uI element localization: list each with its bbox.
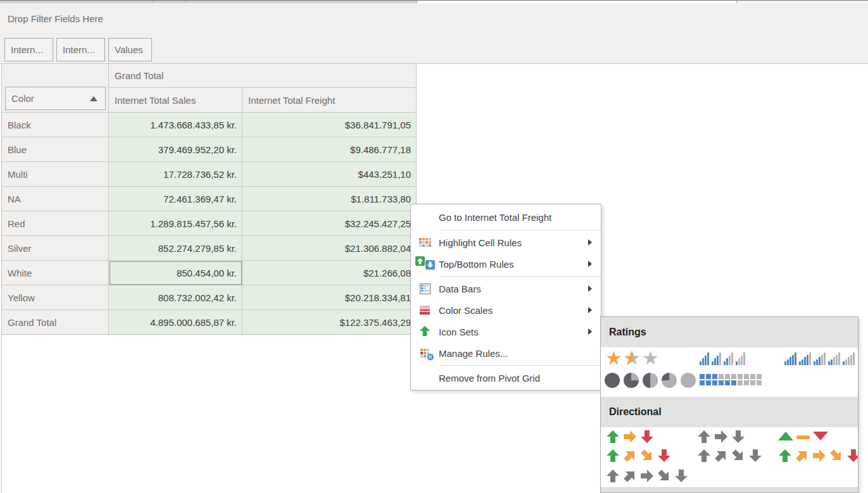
- submenu-arrow-icon: [588, 285, 592, 292]
- icon-sets-gallery: Ratings ★ ★★ ★ Direc: [600, 316, 859, 493]
- menu-item-color-scales[interactable]: Color Scales: [411, 299, 601, 321]
- row-header[interactable]: Multi: [2, 162, 109, 187]
- icon-set-3-stars[interactable]: ★ ★★ ★: [605, 349, 660, 368]
- menu-item-label: Icon Sets: [439, 327, 588, 337]
- dash-icon: [796, 435, 810, 439]
- row-header[interactable]: Red: [2, 211, 109, 236]
- data-cell-freight[interactable]: $9.486.777,18: [242, 137, 417, 162]
- gear-icon: ⚙: [426, 352, 434, 362]
- icon-set-5-ratings[interactable]: [784, 353, 855, 365]
- arrow-down-icon: [674, 469, 688, 483]
- top-bottom-rules-icon: [411, 258, 439, 270]
- arrow-right-icon: [714, 430, 728, 444]
- pivot-grid-app-window: Drop Filter Fields Here Intern... Intern…: [0, 0, 868, 493]
- menu-item-label: Highlight Cell Rules: [439, 237, 588, 248]
- arrow-down-icon: [640, 430, 654, 444]
- icon-set-3-triangles[interactable]: [778, 430, 828, 440]
- icon-set-3-arrows-colored[interactable]: [606, 430, 654, 444]
- focused-data-cell-sales[interactable]: 850.454,00 kr.: [109, 261, 242, 285]
- star-full-icon: ★: [605, 349, 623, 368]
- data-cell-freight[interactable]: $1.811.733,80: [242, 187, 417, 211]
- data-cell-sales[interactable]: 1.289.815.457,56 kr.: [109, 211, 242, 236]
- arrow-right-icon: [640, 469, 654, 483]
- icon-set-5-arrows-colored[interactable]: [778, 449, 859, 463]
- icon-sets-icon: [411, 325, 439, 339]
- row-header[interactable]: Blue: [2, 137, 109, 162]
- icon-set-4-arrows-gray[interactable]: [697, 449, 762, 463]
- drop-filter-fields-label: Drop Filter Fields Here: [8, 13, 103, 24]
- data-cell-sales[interactable]: 72.461.369,47 kr.: [109, 187, 242, 211]
- data-cell-sales[interactable]: 17.728.736,52 kr.: [109, 162, 242, 187]
- row-header-grand-total[interactable]: Grand Total: [2, 310, 109, 335]
- arrow-up-icon: [697, 449, 711, 463]
- data-cell-sales[interactable]: 379.469.952,20 kr.: [109, 137, 242, 162]
- data-cell-freight[interactable]: $32.245.427,25: [242, 211, 417, 236]
- star-half-icon: ★★: [623, 349, 641, 368]
- highlight-cell-rules-icon: [411, 238, 439, 247]
- data-cell-sales[interactable]: 852.274.279,85 kr.: [109, 236, 242, 261]
- arrow-down-icon: [657, 449, 671, 463]
- icon-set-5-boxes[interactable]: [700, 374, 762, 385]
- data-cell-freight[interactable]: $21.306.882,04: [242, 236, 417, 261]
- icon-set-5-arrows-gray[interactable]: [606, 469, 688, 483]
- field-button-values[interactable]: Values: [108, 38, 152, 61]
- field-button-label: Intern...: [63, 44, 95, 55]
- data-cell-sales[interactable]: 808.732.002,42 kr.: [109, 285, 242, 310]
- triangle-up-icon: [778, 432, 793, 440]
- arrow-right-icon: [623, 430, 637, 444]
- icon-set-3-arrows-gray[interactable]: [697, 430, 745, 444]
- pivot-corner-cell: Color: [2, 64, 109, 113]
- row-field-button-color[interactable]: Color: [5, 87, 106, 110]
- menu-separator: [440, 365, 601, 366]
- data-cell-freight[interactable]: $21.266,08: [242, 261, 417, 285]
- menu-item-remove-from-pivot-grid[interactable]: Remove from Pivot Grid: [411, 367, 601, 389]
- arrow-down-icon: [748, 449, 762, 463]
- data-cell-freight[interactable]: $122.375.463,29: [242, 310, 417, 335]
- menu-item-icon-sets[interactable]: Icon Sets: [411, 321, 601, 342]
- menu-item-top-bottom-rules[interactable]: Top/Bottom Rules: [411, 253, 601, 275]
- arrow-up-icon: [778, 449, 792, 463]
- column-header-internet-total-freight[interactable]: Internet Total Freight: [242, 88, 417, 113]
- column-header-internet-total-sales[interactable]: Internet Total Sales: [109, 88, 242, 113]
- arrow-up-right-icon: [623, 469, 637, 483]
- menu-item-label: Color Scales: [439, 305, 588, 316]
- row-header[interactable]: Black: [2, 113, 109, 137]
- sort-ascending-icon: [90, 96, 97, 101]
- submenu-arrow-icon: [588, 239, 592, 246]
- icon-set-5-quarters[interactable]: [605, 373, 696, 388]
- data-cell-sales[interactable]: 1.473.668.433,85 kr.: [109, 113, 242, 137]
- arrow-up-icon: [606, 449, 620, 463]
- field-button-label: Values: [115, 44, 143, 55]
- color-scales-icon: [411, 306, 439, 315]
- quarter-icon: [605, 373, 620, 388]
- menu-item-data-bars[interactable]: Data Bars: [411, 278, 601, 299]
- gallery-group-header-directional: Directional: [601, 397, 858, 427]
- row-header[interactable]: White: [2, 261, 109, 285]
- arrow-down-right-icon: [657, 469, 671, 483]
- row-header[interactable]: Yellow: [2, 285, 109, 310]
- quarter-icon: [681, 373, 696, 388]
- column-group-header-grand-total[interactable]: Grand Total: [109, 64, 417, 88]
- field-button-internet-1[interactable]: Intern...: [4, 38, 53, 61]
- field-button-internet-2[interactable]: Intern...: [56, 38, 105, 61]
- boxes-icon: [700, 374, 762, 385]
- data-cell-freight[interactable]: $443.251,10: [242, 162, 417, 187]
- menu-item-label: Go to Internet Total Freight: [439, 212, 601, 223]
- submenu-arrow-icon: [588, 328, 592, 335]
- icon-set-4-ratings[interactable]: [700, 353, 745, 365]
- data-cell-freight[interactable]: $36.841.791,05: [242, 113, 417, 137]
- data-cell-sales[interactable]: 4.895.000.685,87 kr.: [109, 310, 242, 335]
- row-header[interactable]: NA: [2, 187, 109, 211]
- arrow-up-right-icon: [623, 449, 637, 463]
- menu-separator: [440, 276, 601, 277]
- arrow-up-icon: [606, 430, 620, 444]
- menu-item-highlight-cell-rules[interactable]: Highlight Cell Rules: [411, 232, 601, 253]
- menu-item-manage-rules[interactable]: ⚙ Manage Rules...: [411, 342, 601, 364]
- icon-set-4-arrows-colored[interactable]: [606, 449, 671, 463]
- data-cell-freight[interactable]: $20.218.334,81: [242, 285, 417, 310]
- arrow-down-right-icon: [829, 449, 843, 463]
- row-field-label: Color: [11, 93, 90, 104]
- row-header[interactable]: Silver: [2, 236, 109, 261]
- data-bars-icon: [411, 284, 439, 294]
- menu-item-go-to-internet-total-freight[interactable]: Go to Internet Total Freight: [411, 206, 601, 228]
